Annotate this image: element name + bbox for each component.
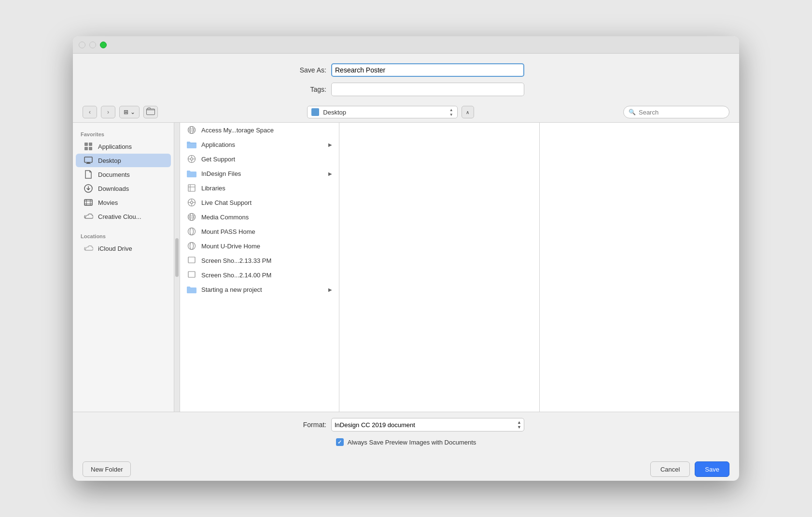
save-as-label: Save As: xyxy=(288,66,326,74)
tags-input[interactable] xyxy=(331,83,524,96)
sidebar: Favorites Applications Desktop Documents xyxy=(73,123,174,412)
search-input[interactable] xyxy=(639,109,724,116)
documents-icon xyxy=(84,170,93,179)
minimize-button[interactable] xyxy=(89,42,96,48)
applications-icon xyxy=(84,142,93,151)
libraries-icon xyxy=(187,183,196,193)
live-chat-support-icon xyxy=(187,198,196,207)
file-name-libraries: Libraries xyxy=(201,185,332,192)
view-chevron-icon: ⌄ xyxy=(130,109,135,115)
format-row: Format: InDesign CC 2019 document InDesi… xyxy=(83,418,729,431)
format-select[interactable]: InDesign CC 2019 document InDesign CS6 d… xyxy=(331,418,524,431)
cancel-button[interactable]: Cancel xyxy=(650,461,690,477)
file-item-starting-new-project[interactable]: Starting a new project ▶ xyxy=(180,282,339,297)
file-name-mount-pass-home: Mount PASS Home xyxy=(201,228,332,235)
downloads-icon xyxy=(84,184,93,193)
save-as-row: Save As: xyxy=(73,54,739,81)
get-support-icon xyxy=(187,154,196,164)
svg-rect-3 xyxy=(84,147,88,150)
file-name-screen-shot-2: Screen Sho...2.14.00 PM xyxy=(201,272,332,279)
file-name-screen-shot-1: Screen Sho...2.13.33 PM xyxy=(201,257,332,264)
svg-point-40 xyxy=(190,243,194,250)
file-item-screen-shot-2[interactable]: Screen Sho...2.14.00 PM xyxy=(180,268,339,282)
svg-point-15 xyxy=(190,127,194,134)
access-my-storage-icon xyxy=(187,125,196,135)
sidebar-divider xyxy=(73,224,174,230)
preview-images-checkbox[interactable]: ✓ xyxy=(336,438,344,446)
expand-icon: ∧ xyxy=(466,110,469,115)
file-item-live-chat-support[interactable]: Live Chat Support xyxy=(180,195,339,210)
sidebar-label-desktop: Desktop xyxy=(98,157,121,164)
file-name-get-support: Get Support xyxy=(201,156,332,163)
svg-rect-24 xyxy=(188,185,195,191)
file-item-get-support[interactable]: Get Support xyxy=(180,152,339,166)
expand-button[interactable]: ∧ xyxy=(462,106,474,118)
file-name-access-my-storage: Access My...torage Space xyxy=(201,127,332,134)
sidebar-item-desktop[interactable]: Desktop xyxy=(76,154,171,167)
file-item-libraries[interactable]: Libraries xyxy=(180,181,339,195)
creative-cloud-icon xyxy=(84,212,93,221)
desktop-icon xyxy=(84,156,93,165)
sidebar-item-icloud-drive[interactable]: iCloud Drive xyxy=(76,242,171,255)
forward-icon: › xyxy=(107,109,109,115)
new-folder-toolbar-button[interactable] xyxy=(143,106,158,118)
file-name-mount-u-drive-home: Mount U-Drive Home xyxy=(201,243,332,250)
new-folder-toolbar-icon xyxy=(146,107,155,117)
svg-point-14 xyxy=(188,127,196,134)
sidebar-label-icloud-drive: iCloud Drive xyxy=(98,245,132,252)
file-item-mount-u-drive-home[interactable]: Mount U-Drive Home xyxy=(180,239,339,253)
sidebar-scrollbar-thumb xyxy=(175,238,179,277)
detail-pane-2 xyxy=(540,123,740,412)
file-item-screen-shot-1[interactable]: Screen Sho...2.13.33 PM xyxy=(180,253,339,268)
sidebar-label-downloads: Downloads xyxy=(98,185,129,192)
location-arrows-icon: ▲ ▼ xyxy=(449,108,453,117)
format-select-wrapper: InDesign CC 2019 document InDesign CS6 d… xyxy=(331,418,524,431)
save-as-input[interactable] xyxy=(331,63,524,77)
file-name-starting-new-project: Starting a new project xyxy=(201,286,323,293)
svg-point-38 xyxy=(190,228,194,235)
view-options-button[interactable]: ⊞ ⌄ xyxy=(119,106,140,118)
icloud-drive-icon xyxy=(84,244,93,253)
sidebar-item-movies[interactable]: Movies xyxy=(76,196,171,209)
svg-rect-6 xyxy=(87,162,90,163)
preview-images-label: Always Save Preview Images with Document… xyxy=(348,439,476,446)
close-button[interactable] xyxy=(79,42,85,48)
sidebar-item-creative-cloud[interactable]: Creative Clou... xyxy=(76,210,171,223)
screen-shot-1-icon xyxy=(187,256,196,265)
file-item-mount-pass-home[interactable]: Mount PASS Home xyxy=(180,224,339,239)
file-item-access-my-storage[interactable]: Access My...torage Space xyxy=(180,123,339,137)
content-area: Favorites Applications Desktop Documents xyxy=(73,123,739,412)
file-item-indesign-files[interactable]: InDesign Files ▶ xyxy=(180,166,339,181)
file-item-applications[interactable]: Applications ▶ xyxy=(180,137,339,152)
svg-rect-5 xyxy=(84,157,92,162)
svg-rect-41 xyxy=(188,257,195,263)
sidebar-label-creative-cloud: Creative Clou... xyxy=(98,213,141,220)
svg-point-34 xyxy=(190,214,194,221)
maximize-button[interactable] xyxy=(100,42,107,48)
sidebar-item-downloads[interactable]: Downloads xyxy=(76,182,171,195)
back-button[interactable]: ‹ xyxy=(83,106,97,118)
save-dialog: Save As: Tags: ‹ › ⊞ ⌄ xyxy=(73,36,739,481)
starting-new-project-icon xyxy=(187,285,196,294)
applications-arrow-icon: ▶ xyxy=(328,142,332,147)
sidebar-item-documents[interactable]: Documents xyxy=(76,168,171,181)
sidebar-scrollbar xyxy=(174,123,180,412)
save-button[interactable]: Save xyxy=(695,461,729,477)
locations-section-title: Locations xyxy=(73,230,174,241)
favorites-section-title: Favorites xyxy=(73,128,174,139)
svg-point-19 xyxy=(191,158,193,160)
svg-rect-42 xyxy=(188,272,195,277)
toolbar: ‹ › ⊞ ⌄ Desktop ▲ ▼ xyxy=(73,102,739,123)
svg-rect-9 xyxy=(84,200,92,205)
file-item-media-commons[interactable]: Media Commons xyxy=(180,210,339,224)
forward-button[interactable]: › xyxy=(101,106,115,118)
format-label: Format: xyxy=(288,421,326,429)
right-buttons: Cancel Save xyxy=(650,461,729,477)
location-dropdown[interactable]: Desktop ▲ ▼ xyxy=(307,106,457,118)
svg-point-33 xyxy=(188,214,196,221)
sidebar-item-applications[interactable]: Applications xyxy=(76,140,171,153)
mount-pass-home-icon xyxy=(187,227,196,236)
sidebar-label-applications: Applications xyxy=(98,143,132,150)
new-folder-button[interactable]: New Folder xyxy=(83,461,131,477)
tags-row: Tags: xyxy=(73,81,739,102)
